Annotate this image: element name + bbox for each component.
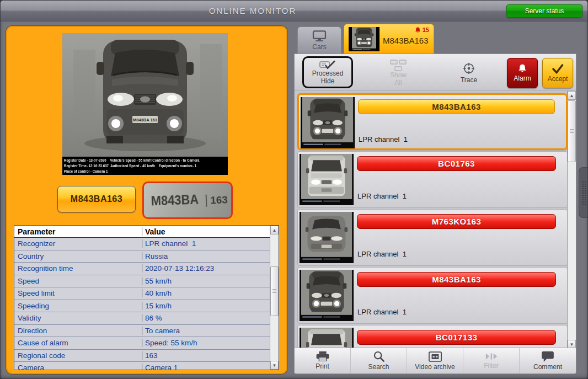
plate-badge: BC017133 — [357, 330, 556, 345]
param-cell: Cause of alarm — [14, 339, 142, 347]
param-cell: Recognition time — [14, 264, 142, 273]
plate-badge: M763KO163 — [357, 214, 556, 229]
value-cell: 86 % — [142, 314, 270, 322]
search-button[interactable]: Search — [351, 348, 407, 373]
show-all-icon — [390, 60, 407, 71]
panel-collapse-handle[interactable] — [579, 167, 588, 218]
table-row: Validity86 % — [14, 312, 270, 325]
value-cell: Russia — [142, 252, 270, 260]
table-scroll-thumb[interactable] — [270, 266, 279, 316]
param-cell: Direction — [14, 327, 142, 335]
search-icon — [373, 351, 384, 362]
table-header-row: Parameter Value — [14, 226, 270, 238]
title-bar: ONLINE MONITOR Server status — [1, 1, 587, 22]
value-cell: 2020-07-13 12:16:23 — [142, 264, 270, 273]
grip-dots-icon — [582, 181, 586, 205]
plate-crop-image[interactable]: M843BA 163 — [142, 182, 233, 219]
plate-crop-main: M843BA — [145, 192, 204, 209]
param-cell: Recognizer — [14, 239, 142, 248]
search-label: Search — [368, 363, 389, 371]
tab-active-event[interactable]: M843BA163 15 — [344, 24, 434, 54]
table-row: Recognition time2020-07-13 12:16:23 — [14, 263, 270, 275]
table-row: CameraCamera 1 — [14, 362, 270, 370]
param-cell: Speed limit — [14, 289, 142, 297]
photo-caption: Register Date - 13-07-2020 Vehicle's Spe… — [62, 157, 228, 175]
show-all-label-line1: Show — [390, 71, 407, 79]
trace-target-icon — [463, 62, 475, 74]
table-row: Speeding15 km/h — [14, 300, 270, 313]
online-monitor-window: ONLINE MONITOR Server status — [0, 0, 588, 379]
alarm-label: Alarm — [514, 74, 531, 82]
table-row: Regional code163 — [14, 350, 270, 362]
plate-badge: BC01763 — [357, 156, 556, 171]
processed-label-line2: Hide — [321, 77, 335, 85]
header-parameter: Parameter — [14, 227, 142, 236]
alarm-button[interactable]: Alarm — [507, 58, 538, 88]
param-cell: Country — [14, 252, 142, 260]
vehicle-thumbnail — [301, 97, 355, 148]
vehicle-photo: M843BA 163 Register Date - 13-07-2020 Ve… — [62, 33, 228, 175]
param-cell: Speeding — [14, 302, 142, 310]
list-scrollbar[interactable]: ▲ ▼ — [567, 91, 576, 349]
caption-line-2: Register Time- 12:16:23.637 Authorized S… — [64, 163, 207, 169]
list-item[interactable]: M843BA163 LPR channel 1 2020-07-13 12:16… — [297, 93, 568, 150]
video-archive-label: Video archive — [415, 363, 455, 371]
filter-button: Filter — [463, 348, 520, 373]
item-channel: LPR channel 1 — [357, 191, 424, 201]
table-scrollbar[interactable]: ▲ ▼ — [270, 226, 279, 370]
printer-icon — [316, 351, 329, 361]
header-value: Value — [142, 227, 270, 236]
scroll-up-icon[interactable]: ▲ — [568, 91, 576, 100]
comment-button[interactable]: Comment — [520, 348, 576, 373]
value-cell: 15 km/h — [142, 302, 270, 310]
tab-cars[interactable]: Cars — [297, 26, 341, 54]
accept-button[interactable]: Accept — [542, 58, 573, 88]
caption-line-3: Place of control - Camera 1 — [64, 169, 207, 174]
processed-hide-button[interactable]: Processed Hide — [302, 56, 353, 88]
plate-on-car-text: M843BA 163 — [133, 118, 157, 122]
list-scroll-thumb[interactable] — [568, 100, 576, 162]
processed-check-icon — [319, 60, 336, 70]
accept-label: Accept — [548, 75, 568, 83]
list-item[interactable]: M843BA163 LPR channel 1 2020-07-13 12:15… — [297, 267, 568, 324]
detections-list: M843BA163 LPR channel 1 2020-07-13 12:16… — [295, 91, 576, 349]
video-archive-icon — [429, 351, 442, 362]
vehicle-thumbnail — [300, 212, 354, 263]
list-item[interactable]: BC017133 — [297, 325, 568, 349]
bell-icon — [415, 27, 421, 33]
window-title: ONLINE MONITOR — [1, 6, 505, 15]
comment-icon — [542, 351, 554, 362]
list-item[interactable]: M763KO163 LPR channel 1 2020-07-13 12:15… — [297, 209, 568, 266]
trace-button[interactable]: Trace — [446, 58, 492, 87]
alarm-count: 15 — [423, 26, 429, 33]
plate-number-button[interactable]: M843BA163 — [57, 186, 136, 212]
table-row: DirectionTo camera — [14, 325, 270, 338]
server-status-button[interactable]: Server status — [506, 4, 582, 18]
plate-badge: M843BA163 — [358, 99, 555, 114]
video-archive-button[interactable]: Video archive — [407, 348, 463, 373]
param-cell: Speed — [14, 277, 142, 285]
vehicle-thumbnail — [300, 328, 354, 349]
filter-icon — [485, 352, 498, 361]
value-cell: 163 — [142, 351, 270, 360]
scroll-up-icon[interactable]: ▲ — [270, 226, 279, 234]
value-cell: LPR channel 1 — [142, 239, 270, 248]
bottom-toolbar: Print Search Video archive — [295, 348, 576, 373]
parameter-table: Parameter Value RecognizerLPR channel 1 … — [14, 225, 279, 370]
monitor-icon — [312, 30, 327, 42]
item-channel: LPR channel 1 — [359, 135, 425, 144]
print-button[interactable]: Print — [295, 348, 351, 373]
vehicle-photo-image: M843BA 163 — [62, 33, 228, 157]
value-cell: 40 km/h — [142, 289, 270, 297]
list-item[interactable]: BC01763 LPR channel 1 2020-07-13 12:16:1… — [297, 151, 568, 208]
plate-badge: M843BA163 — [357, 272, 556, 287]
table-row: Cause of alarmSpeed: 55 km/h — [14, 337, 270, 350]
scroll-down-icon[interactable]: ▼ — [270, 361, 279, 370]
item-channel: LPR channel 1 — [357, 307, 424, 317]
item-channel: LPR channel 1 — [357, 249, 424, 259]
plate-crop-region: 163 — [206, 194, 232, 207]
table-row: RecognizerLPR channel 1 — [14, 238, 270, 250]
print-label: Print — [316, 362, 329, 370]
value-cell: Speed: 55 km/h — [142, 339, 270, 347]
accept-check-icon — [552, 64, 564, 74]
